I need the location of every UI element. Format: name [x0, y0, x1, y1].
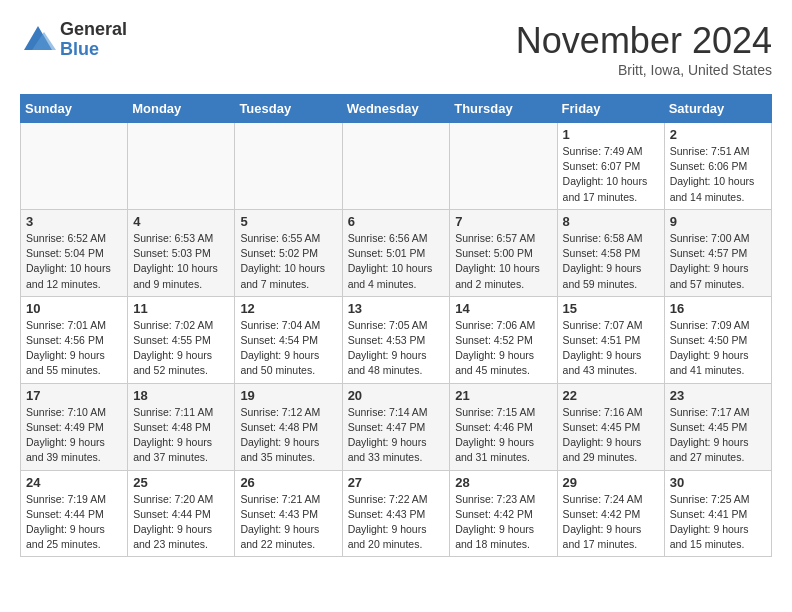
- calendar-cell: 27Sunrise: 7:22 AM Sunset: 4:43 PM Dayli…: [342, 470, 450, 557]
- calendar-cell: [235, 123, 342, 210]
- calendar-cell: 21Sunrise: 7:15 AM Sunset: 4:46 PM Dayli…: [450, 383, 557, 470]
- logo: General Blue: [20, 20, 127, 60]
- calendar-table: SundayMondayTuesdayWednesdayThursdayFrid…: [20, 94, 772, 557]
- calendar-cell: 24Sunrise: 7:19 AM Sunset: 4:44 PM Dayli…: [21, 470, 128, 557]
- calendar-cell: 17Sunrise: 7:10 AM Sunset: 4:49 PM Dayli…: [21, 383, 128, 470]
- calendar-cell: 5Sunrise: 6:55 AM Sunset: 5:02 PM Daylig…: [235, 209, 342, 296]
- day-info: Sunrise: 7:20 AM Sunset: 4:44 PM Dayligh…: [133, 492, 229, 553]
- col-header-saturday: Saturday: [664, 95, 771, 123]
- col-header-tuesday: Tuesday: [235, 95, 342, 123]
- calendar-cell: 29Sunrise: 7:24 AM Sunset: 4:42 PM Dayli…: [557, 470, 664, 557]
- day-info: Sunrise: 7:49 AM Sunset: 6:07 PM Dayligh…: [563, 144, 659, 205]
- day-number: 29: [563, 475, 659, 490]
- calendar-cell: 26Sunrise: 7:21 AM Sunset: 4:43 PM Dayli…: [235, 470, 342, 557]
- calendar-cell: 30Sunrise: 7:25 AM Sunset: 4:41 PM Dayli…: [664, 470, 771, 557]
- day-number: 15: [563, 301, 659, 316]
- day-info: Sunrise: 7:25 AM Sunset: 4:41 PM Dayligh…: [670, 492, 766, 553]
- day-number: 13: [348, 301, 445, 316]
- calendar-cell: 6Sunrise: 6:56 AM Sunset: 5:01 PM Daylig…: [342, 209, 450, 296]
- calendar-header-row: SundayMondayTuesdayWednesdayThursdayFrid…: [21, 95, 772, 123]
- day-number: 9: [670, 214, 766, 229]
- day-info: Sunrise: 6:58 AM Sunset: 4:58 PM Dayligh…: [563, 231, 659, 292]
- day-info: Sunrise: 7:14 AM Sunset: 4:47 PM Dayligh…: [348, 405, 445, 466]
- day-info: Sunrise: 7:06 AM Sunset: 4:52 PM Dayligh…: [455, 318, 551, 379]
- logo-icon: [20, 22, 56, 58]
- day-info: Sunrise: 7:00 AM Sunset: 4:57 PM Dayligh…: [670, 231, 766, 292]
- calendar-cell: 13Sunrise: 7:05 AM Sunset: 4:53 PM Dayli…: [342, 296, 450, 383]
- day-info: Sunrise: 7:04 AM Sunset: 4:54 PM Dayligh…: [240, 318, 336, 379]
- day-info: Sunrise: 6:52 AM Sunset: 5:04 PM Dayligh…: [26, 231, 122, 292]
- calendar-cell: 12Sunrise: 7:04 AM Sunset: 4:54 PM Dayli…: [235, 296, 342, 383]
- calendar-week-row: 10Sunrise: 7:01 AM Sunset: 4:56 PM Dayli…: [21, 296, 772, 383]
- day-info: Sunrise: 7:21 AM Sunset: 4:43 PM Dayligh…: [240, 492, 336, 553]
- col-header-thursday: Thursday: [450, 95, 557, 123]
- location-text: Britt, Iowa, United States: [516, 62, 772, 78]
- calendar-week-row: 24Sunrise: 7:19 AM Sunset: 4:44 PM Dayli…: [21, 470, 772, 557]
- day-info: Sunrise: 7:24 AM Sunset: 4:42 PM Dayligh…: [563, 492, 659, 553]
- calendar-week-row: 17Sunrise: 7:10 AM Sunset: 4:49 PM Dayli…: [21, 383, 772, 470]
- calendar-cell: 1Sunrise: 7:49 AM Sunset: 6:07 PM Daylig…: [557, 123, 664, 210]
- logo-blue-text: Blue: [60, 40, 127, 60]
- calendar-cell: 18Sunrise: 7:11 AM Sunset: 4:48 PM Dayli…: [128, 383, 235, 470]
- day-info: Sunrise: 7:19 AM Sunset: 4:44 PM Dayligh…: [26, 492, 122, 553]
- day-number: 11: [133, 301, 229, 316]
- day-info: Sunrise: 6:55 AM Sunset: 5:02 PM Dayligh…: [240, 231, 336, 292]
- calendar-cell: [342, 123, 450, 210]
- day-number: 27: [348, 475, 445, 490]
- page-header: General Blue November 2024 Britt, Iowa, …: [20, 20, 772, 78]
- calendar-week-row: 1Sunrise: 7:49 AM Sunset: 6:07 PM Daylig…: [21, 123, 772, 210]
- day-info: Sunrise: 7:11 AM Sunset: 4:48 PM Dayligh…: [133, 405, 229, 466]
- calendar-cell: [128, 123, 235, 210]
- calendar-cell: 8Sunrise: 6:58 AM Sunset: 4:58 PM Daylig…: [557, 209, 664, 296]
- title-area: November 2024 Britt, Iowa, United States: [516, 20, 772, 78]
- day-number: 19: [240, 388, 336, 403]
- day-info: Sunrise: 7:51 AM Sunset: 6:06 PM Dayligh…: [670, 144, 766, 205]
- calendar-cell: 14Sunrise: 7:06 AM Sunset: 4:52 PM Dayli…: [450, 296, 557, 383]
- day-number: 24: [26, 475, 122, 490]
- day-number: 5: [240, 214, 336, 229]
- col-header-wednesday: Wednesday: [342, 95, 450, 123]
- day-number: 17: [26, 388, 122, 403]
- logo-text: General Blue: [60, 20, 127, 60]
- day-number: 23: [670, 388, 766, 403]
- day-info: Sunrise: 7:22 AM Sunset: 4:43 PM Dayligh…: [348, 492, 445, 553]
- day-number: 30: [670, 475, 766, 490]
- col-header-friday: Friday: [557, 95, 664, 123]
- day-number: 7: [455, 214, 551, 229]
- calendar-cell: 25Sunrise: 7:20 AM Sunset: 4:44 PM Dayli…: [128, 470, 235, 557]
- calendar-cell: 9Sunrise: 7:00 AM Sunset: 4:57 PM Daylig…: [664, 209, 771, 296]
- calendar-cell: 23Sunrise: 7:17 AM Sunset: 4:45 PM Dayli…: [664, 383, 771, 470]
- day-number: 1: [563, 127, 659, 142]
- calendar-cell: 19Sunrise: 7:12 AM Sunset: 4:48 PM Dayli…: [235, 383, 342, 470]
- col-header-monday: Monday: [128, 95, 235, 123]
- day-number: 16: [670, 301, 766, 316]
- day-number: 28: [455, 475, 551, 490]
- calendar-cell: 10Sunrise: 7:01 AM Sunset: 4:56 PM Dayli…: [21, 296, 128, 383]
- day-info: Sunrise: 7:01 AM Sunset: 4:56 PM Dayligh…: [26, 318, 122, 379]
- day-number: 26: [240, 475, 336, 490]
- day-number: 6: [348, 214, 445, 229]
- day-number: 12: [240, 301, 336, 316]
- day-info: Sunrise: 7:23 AM Sunset: 4:42 PM Dayligh…: [455, 492, 551, 553]
- day-number: 25: [133, 475, 229, 490]
- calendar-cell: [21, 123, 128, 210]
- calendar-cell: 22Sunrise: 7:16 AM Sunset: 4:45 PM Dayli…: [557, 383, 664, 470]
- day-number: 14: [455, 301, 551, 316]
- day-number: 4: [133, 214, 229, 229]
- day-info: Sunrise: 6:57 AM Sunset: 5:00 PM Dayligh…: [455, 231, 551, 292]
- calendar-cell: 15Sunrise: 7:07 AM Sunset: 4:51 PM Dayli…: [557, 296, 664, 383]
- day-number: 8: [563, 214, 659, 229]
- day-info: Sunrise: 7:15 AM Sunset: 4:46 PM Dayligh…: [455, 405, 551, 466]
- day-info: Sunrise: 6:53 AM Sunset: 5:03 PM Dayligh…: [133, 231, 229, 292]
- calendar-cell: 7Sunrise: 6:57 AM Sunset: 5:00 PM Daylig…: [450, 209, 557, 296]
- col-header-sunday: Sunday: [21, 95, 128, 123]
- calendar-cell: 11Sunrise: 7:02 AM Sunset: 4:55 PM Dayli…: [128, 296, 235, 383]
- day-number: 21: [455, 388, 551, 403]
- calendar-cell: 2Sunrise: 7:51 AM Sunset: 6:06 PM Daylig…: [664, 123, 771, 210]
- calendar-week-row: 3Sunrise: 6:52 AM Sunset: 5:04 PM Daylig…: [21, 209, 772, 296]
- calendar-cell: 28Sunrise: 7:23 AM Sunset: 4:42 PM Dayli…: [450, 470, 557, 557]
- calendar-cell: 3Sunrise: 6:52 AM Sunset: 5:04 PM Daylig…: [21, 209, 128, 296]
- day-number: 18: [133, 388, 229, 403]
- calendar-cell: 4Sunrise: 6:53 AM Sunset: 5:03 PM Daylig…: [128, 209, 235, 296]
- day-info: Sunrise: 7:09 AM Sunset: 4:50 PM Dayligh…: [670, 318, 766, 379]
